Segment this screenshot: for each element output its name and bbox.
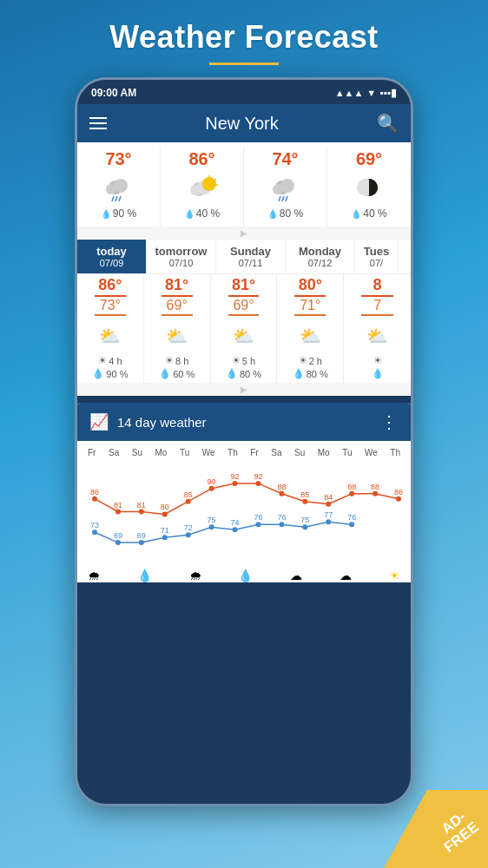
hourly-col-2: 74° 💧 80 % [244,146,327,227]
forecast14-header: 📈 14 day weather ⋮ [77,403,411,441]
page-title: Weather Forecast [109,19,378,56]
top-nav: New York 🔍 [77,104,411,142]
svg-point-28 [115,510,121,515]
hourly-icon-0 [81,173,156,204]
chart-svg-container: 8681818085909292888584888886736969717275… [86,461,402,565]
svg-point-58 [139,540,144,545]
daily-tab-sunday[interactable]: Sunday 07/11 [216,240,286,273]
svg-line-3 [112,196,114,201]
svg-point-50 [373,491,378,496]
svg-point-70 [279,522,284,527]
daily-data: 86° 73° ⛅ ☀ 4 h 💧 90 % 81° 69° ⛅ ☀ 8 h 💧… [77,274,411,383]
daily-divider: ▶ [77,383,411,396]
hourly-temp-2: 74° [247,149,323,169]
more-options-icon[interactable]: ⋮ [380,411,399,432]
chart-bottom-icons: 🌧 💧 🌧 💧 ☁ ☁ ☀ [86,569,402,582]
svg-point-54 [92,529,97,535]
chart-area: Fr Sa Su Mo Tu We Th Fr Sa Su Mo Tu We T… [77,441,411,582]
daily-tab-today[interactable]: today 07/09 [77,240,147,273]
daily-col-0: 86° 73° ⛅ ☀ 4 h 💧 90 % [77,274,144,383]
svg-point-72 [302,524,307,529]
signal-icon: ▲▲▲ [335,88,364,98]
scroll-right-arrow[interactable]: ▶ [241,228,247,238]
svg-text:69: 69 [137,531,146,540]
daily-scroll-right[interactable]: ▶ [241,385,247,394]
weather-svg-chart: 8681818085909292888584888886736969717275… [86,461,407,565]
daily-icon-3: ⛅ [300,320,321,352]
daily-sun-3: ☀ 2 h [299,355,322,366]
svg-text:92: 92 [254,472,262,481]
daily-rain-3: 💧 80 % [293,366,328,381]
svg-point-38 [233,481,238,486]
status-time: 09:00 AM [91,87,136,99]
svg-point-15 [273,184,283,194]
svg-text:80: 80 [161,503,169,511]
status-bar: 09:00 AM ▲▲▲ ▼ ▪▪▪▮ [77,80,411,104]
daily-col-2: 81° 69° ⛅ ☀ 5 h 💧 80 % [211,274,278,383]
daily-rain-2: 💧 80 % [226,366,261,381]
daily-tab-monday[interactable]: Monday 07/12 [286,240,355,273]
hourly-temp-3: 69° [331,149,407,169]
svg-point-36 [209,486,214,491]
hourly-col-3: 69° [327,146,411,227]
phone-frame: 09:00 AM ▲▲▲ ▼ ▪▪▪▮ New York 🔍 73° [75,77,413,806]
daily-sun-1: ☀ 8 h [165,355,188,366]
hourly-section: 73° 💧 90 % 86° [77,142,411,240]
svg-text:76: 76 [347,513,356,522]
svg-point-74 [326,519,331,524]
svg-text:85: 85 [184,490,193,499]
svg-point-48 [349,491,354,496]
daily-rain-1: 💧 60 % [159,366,195,381]
daily-sun-0: ☀ 4 h [98,355,122,366]
daily-tabs: today 07/09 tomorrow 07/10 Sunday 07/11 … [77,240,411,274]
svg-point-30 [139,510,144,515]
svg-text:85: 85 [300,490,309,499]
daily-rain-4: 💧 [372,366,384,381]
svg-point-56 [115,540,121,545]
svg-text:74: 74 [231,518,240,527]
svg-point-42 [279,491,284,496]
svg-text:86: 86 [90,488,99,496]
hamburger-menu[interactable] [89,117,107,129]
ad-free-badge: AD- FREE [384,790,488,868]
svg-line-11 [214,179,216,181]
svg-text:90: 90 [208,477,216,486]
svg-point-60 [162,535,168,540]
svg-point-2 [106,184,116,194]
svg-point-26 [92,496,97,502]
svg-point-34 [186,499,191,504]
hourly-grid: 73° 💧 90 % 86° [77,146,411,227]
forecast14-label: 14 day weather [117,415,207,430]
svg-text:76: 76 [254,513,262,522]
daily-icon-0: ⛅ [99,320,121,352]
daily-tab-tomorrow[interactable]: tomorrow 07/10 [147,240,216,273]
daily-section: today 07/09 tomorrow 07/10 Sunday 07/11 … [77,240,411,396]
svg-text:71: 71 [161,526,169,535]
svg-point-9 [202,177,216,191]
daily-tab-tuesday[interactable]: Tues 07/ [355,240,399,273]
city-name: New York [205,114,279,134]
svg-text:76: 76 [277,513,286,522]
svg-point-46 [326,502,331,507]
title-underline [209,62,279,65]
svg-text:69: 69 [114,531,122,540]
hourly-icon-2 [247,173,323,204]
battery-icon: ▪▪▪▮ [379,87,397,99]
search-icon[interactable]: 🔍 [377,113,399,134]
svg-text:75: 75 [300,516,309,524]
svg-text:86: 86 [394,488,403,496]
daily-rain-0: 💧 90 % [92,366,128,381]
hourly-rain-3: 💧 40 % [331,207,407,223]
svg-point-52 [396,496,401,502]
hourly-divider: ▶ [77,227,411,240]
daily-icon-2: ⛅ [233,320,254,352]
svg-point-8 [190,185,201,195]
svg-text:73: 73 [90,521,99,529]
svg-point-66 [233,527,238,532]
hourly-rain-1: 💧 40 % [164,207,240,223]
daily-col-3: 80° 71° ⛅ ☀ 2 h 💧 80 % [277,274,344,383]
svg-text:92: 92 [231,472,240,481]
daily-col-4: 8 7 ⛅ ☀ 💧 [344,274,411,383]
svg-text:88: 88 [371,483,379,491]
svg-text:84: 84 [324,493,333,502]
